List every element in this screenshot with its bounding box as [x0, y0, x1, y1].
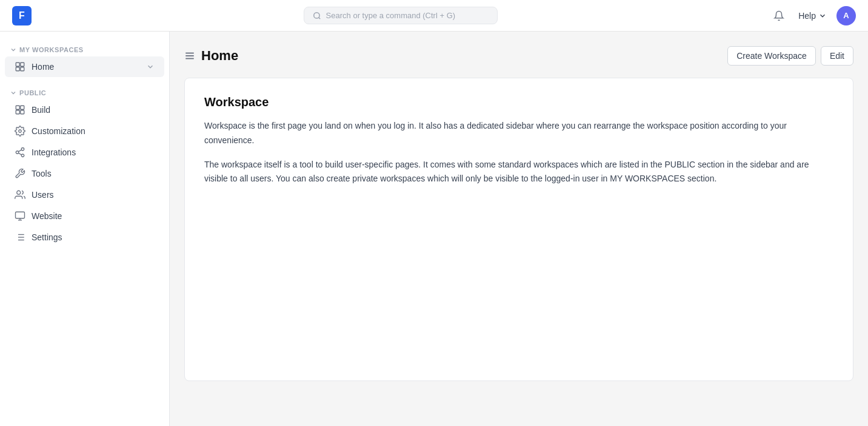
chevron-down-icon	[146, 63, 155, 71]
sidebar-settings-label: Settings	[32, 232, 155, 242]
edit-button[interactable]: Edit	[821, 46, 853, 66]
svg-rect-17	[16, 212, 25, 218]
svg-line-15	[18, 150, 21, 152]
integrations-icon	[15, 147, 25, 158]
svg-point-11	[21, 148, 24, 151]
navbar-right: Help A	[769, 6, 856, 25]
svg-rect-2	[16, 63, 19, 66]
svg-rect-8	[16, 110, 19, 114]
svg-point-0	[313, 12, 319, 18]
sidebar-item-home[interactable]: Home	[5, 56, 164, 77]
svg-rect-9	[21, 110, 24, 114]
sidebar-home-label: Home	[32, 62, 140, 72]
avatar[interactable]: A	[836, 6, 856, 25]
main-content: Home Create Workspace Edit Workspace Wor…	[170, 32, 868, 426]
sidebar-item-settings[interactable]: Settings	[5, 227, 164, 248]
svg-point-16	[17, 191, 21, 194]
build-icon	[15, 104, 25, 115]
sidebar-item-users[interactable]: Users	[5, 184, 164, 205]
hamburger-icon[interactable]	[184, 50, 195, 61]
page-header: Home Create Workspace Edit	[184, 46, 853, 66]
svg-point-13	[21, 154, 24, 157]
content-heading: Workspace	[204, 95, 833, 109]
navbar: F Search or type a command (Ctrl + G) He…	[0, 0, 868, 32]
sidebar-item-tools[interactable]: Tools	[5, 163, 164, 184]
sidebar-users-label: Users	[32, 190, 155, 200]
sidebar-integrations-label: Integrations	[32, 147, 155, 157]
users-icon	[15, 189, 25, 200]
search-bar[interactable]: Search or type a command (Ctrl + G)	[304, 7, 498, 24]
svg-rect-4	[16, 67, 19, 71]
public-label: PUBLIC	[0, 84, 169, 99]
svg-rect-5	[21, 67, 24, 71]
content-card: Workspace Workspace is the first page yo…	[184, 78, 853, 381]
page-title-wrapper: Home	[184, 48, 238, 64]
app-logo[interactable]: F	[12, 6, 32, 25]
header-actions: Create Workspace Edit	[727, 46, 853, 66]
sidebar-item-integrations[interactable]: Integrations	[5, 142, 164, 163]
content-paragraph-1: Workspace is the first page you land on …	[204, 119, 833, 148]
navbar-center: Search or type a command (Ctrl + G)	[32, 7, 769, 24]
sidebar-website-label: Website	[32, 211, 155, 221]
content-paragraph-2: The workspace itself is a tool to build …	[204, 158, 833, 187]
search-placeholder: Search or type a command (Ctrl + G)	[326, 11, 456, 20]
tools-icon	[15, 168, 25, 179]
svg-rect-7	[21, 106, 24, 109]
svg-rect-6	[16, 106, 19, 109]
website-icon	[15, 211, 25, 221]
notifications-button[interactable]	[769, 6, 789, 25]
chevron-down-icon	[10, 89, 17, 96]
search-icon	[313, 12, 321, 20]
bell-icon	[773, 10, 784, 21]
help-button[interactable]: Help	[798, 11, 827, 21]
sidebar-item-website[interactable]: Website	[5, 206, 164, 226]
chevron-down-icon	[10, 46, 17, 53]
customization-icon	[15, 126, 25, 137]
svg-line-14	[18, 153, 21, 155]
sidebar: MY WORKSPACES Home PUBLIC	[0, 32, 170, 426]
sidebar-build-label: Build	[32, 105, 155, 115]
svg-point-10	[19, 130, 22, 133]
sidebar-tools-label: Tools	[32, 169, 155, 178]
page-title: Home	[201, 48, 238, 64]
chevron-down-icon	[818, 12, 827, 20]
layout: MY WORKSPACES Home PUBLIC	[0, 0, 868, 426]
sidebar-item-build[interactable]: Build	[5, 100, 164, 120]
svg-line-1	[318, 17, 320, 19]
svg-rect-3	[21, 63, 24, 66]
sidebar-item-customization[interactable]: Customization	[5, 121, 164, 141]
svg-point-12	[16, 151, 19, 154]
navbar-left: F	[12, 6, 32, 25]
my-workspaces-label: MY WORKSPACES	[0, 41, 169, 56]
create-workspace-button[interactable]: Create Workspace	[727, 46, 816, 66]
home-workspace-icon	[15, 61, 25, 72]
sidebar-customization-label: Customization	[32, 126, 155, 136]
settings-icon	[15, 232, 25, 243]
